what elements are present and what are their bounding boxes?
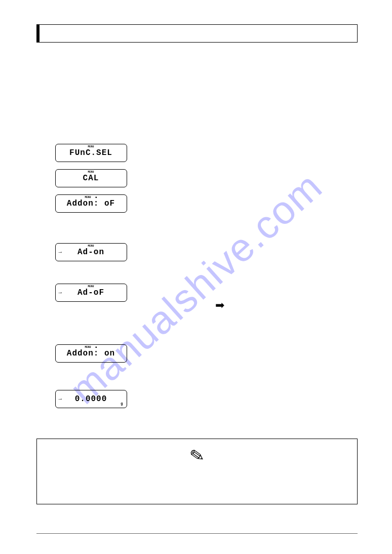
lcd-text: FUnC.SEL — [69, 148, 112, 157]
lcd-display-funcsel: MENU FUnC.SEL — [55, 144, 127, 162]
menu-indicator: MENU — [88, 285, 94, 288]
stability-arrow-icon: → — [59, 396, 63, 402]
pencil-icon: ✎ — [188, 446, 205, 465]
lcd-text: CAL — [83, 174, 99, 183]
lcd-display-ad-on: → MENU Ad-on — [55, 243, 127, 261]
section-title-bar — [36, 24, 358, 43]
lcd-text: Addon: on — [67, 349, 115, 358]
unit-label: g — [121, 402, 123, 406]
lcd-text: Ad-oF — [77, 288, 104, 297]
lcd-text: 0.0000 — [75, 394, 107, 404]
menu-indicator: MENU — [88, 171, 94, 174]
page-footer — [36, 533, 358, 536]
menu-indicator: MENU — [88, 145, 94, 148]
lcd-display-measurement: → 0.0000 g — [55, 390, 127, 408]
menu-indicator: MENU ■ — [85, 346, 97, 349]
lcd-display-addon-on: MENU ■ Addon: on — [55, 344, 127, 363]
lcd-text: Addon: oF — [67, 199, 115, 208]
stability-arrow-icon: → — [59, 249, 63, 255]
menu-indicator: MENU ■ — [85, 196, 97, 199]
stability-arrow-icon: → — [59, 290, 63, 296]
lcd-display-ad-of: → MENU Ad-oF — [55, 284, 127, 302]
lcd-display-addon-of: MENU ■ Addon: oF — [55, 194, 127, 213]
note-box: ✎ — [36, 439, 358, 504]
menu-indicator: MENU — [88, 245, 94, 248]
lcd-text: Ad-on — [77, 248, 104, 257]
instructions-column: ➡ — [156, 63, 358, 427]
lcd-column: MENU FUnC.SEL MENU CAL MENU ■ Addon: oF … — [36, 63, 145, 427]
lcd-display-cal: MENU CAL — [55, 169, 127, 187]
right-arrow-icon: ➡ — [215, 300, 224, 311]
